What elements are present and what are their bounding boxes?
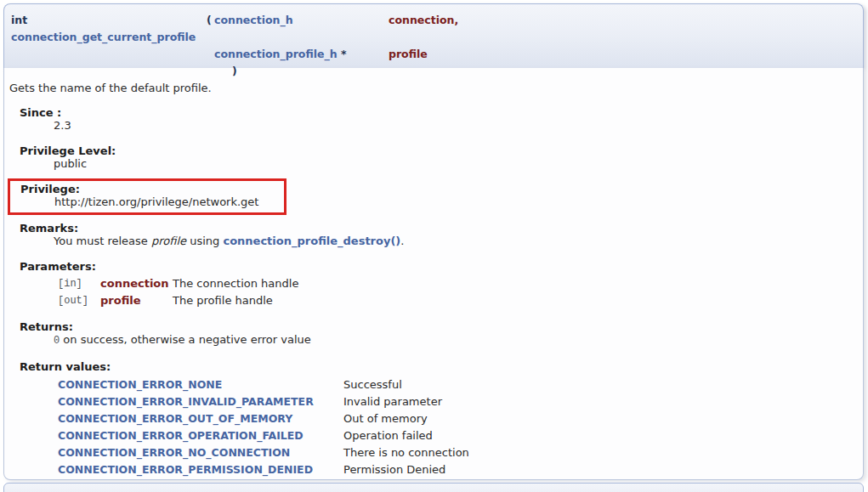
function-doc-item: int connection_get_current_profile ( con… (3, 3, 864, 480)
param-type-cell: connection_profile_h * (214, 46, 389, 63)
remarks-text-part: . (400, 235, 404, 247)
function-signature-box: int connection_get_current_profile ( con… (3, 3, 864, 68)
error-code-link[interactable]: CONNECTION_ERROR_PERMISSION_DENIED (58, 461, 343, 478)
returns-section: Returns: 0 on success, otherwise a negat… (9, 320, 853, 348)
return-values-heading: Return values: (20, 360, 853, 373)
param-name: profile (100, 292, 173, 309)
function-declaration: int connection_get_current_profile (11, 12, 207, 46)
close-paren: ) (232, 65, 237, 77)
function-description: Gets the name of the default profile. (9, 82, 853, 94)
error-code-link[interactable]: CONNECTION_ERROR_OPERATION_FAILED (58, 427, 343, 444)
remarks-text: You must release profile using connectio… (54, 235, 853, 247)
return-value-row: CONNECTION_ERROR_OPERATION_FAILED Operat… (58, 427, 853, 444)
error-description: Successful (343, 376, 853, 393)
param-name: connection, (389, 12, 856, 46)
return-value-row: CONNECTION_ERROR_PERMISSION_DENIED Permi… (58, 461, 853, 478)
error-description: Permission Denied (343, 461, 853, 478)
returns-text-part: on success, otherwise a negative error v… (60, 333, 311, 346)
param-direction: [out] (58, 292, 100, 309)
returns-heading: Returns: (20, 320, 853, 333)
returns-text: 0 on success, otherwise a negative error… (54, 333, 853, 348)
param-direction: [in] (58, 275, 100, 292)
remarks-emphasis: profile (151, 235, 186, 247)
remarks-section: Remarks: You must release profile using … (9, 222, 853, 247)
return-values-section: Return values: CONNECTION_ERROR_NONE Suc… (9, 360, 853, 478)
remarks-text-part: You must release (54, 235, 151, 247)
return-value-row: CONNECTION_ERROR_INVALID_PARAMETER Inval… (58, 393, 853, 410)
profile-destroy-link[interactable]: connection_profile_destroy() (223, 235, 400, 247)
error-description: There is no connection (343, 444, 853, 461)
param-type-cell: connection_h (214, 12, 389, 46)
return-value-row: CONNECTION_ERROR_NO_CONNECTION There is … (58, 444, 853, 461)
privilege-heading: Privilege: (20, 183, 284, 195)
since-heading: Since : (20, 106, 853, 119)
return-type: int (11, 14, 27, 26)
param-type-link[interactable]: connection_h (214, 14, 293, 26)
return-value-row: CONNECTION_ERROR_NONE Successful (58, 376, 853, 393)
signature-row-2: connection_profile_h * profile (11, 46, 856, 63)
parameter-row: [in] connection The connection handle (58, 275, 853, 292)
param-name: connection (100, 275, 173, 292)
param-type-suffix: * (338, 48, 347, 60)
function-name: connection_get_current_profile (11, 31, 196, 43)
error-code-link[interactable]: CONNECTION_ERROR_NO_CONNECTION (58, 444, 343, 461)
return-value-row: CONNECTION_ERROR_OUT_OF_MEMORY Out of me… (58, 410, 853, 427)
param-description: The connection handle (173, 275, 853, 292)
remarks-text-part: using (186, 235, 223, 247)
remarks-heading: Remarks: (20, 222, 853, 235)
signature-row-1: int connection_get_current_profile ( con… (11, 12, 856, 46)
next-function-box-edge (3, 483, 864, 492)
parameters-heading: Parameters: (20, 260, 853, 273)
privilege-level-heading: Privilege Level: (20, 144, 853, 157)
since-section: Since : 2.3 (9, 106, 853, 132)
since-value: 2.3 (54, 119, 853, 132)
function-doc-body: Gets the name of the default profile. Si… (3, 68, 864, 480)
error-code-link[interactable]: CONNECTION_ERROR_INVALID_PARAMETER (58, 393, 343, 410)
privilege-value: http://tizen.org/privilege/network.get (54, 195, 284, 208)
parameter-row: [out] profile The profile handle (58, 292, 853, 309)
param-name: profile (389, 46, 856, 63)
error-code-link[interactable]: CONNECTION_ERROR_OUT_OF_MEMORY (58, 410, 343, 427)
param-type-link[interactable]: connection_profile_h (214, 48, 338, 60)
param-description: The profile handle (173, 292, 853, 309)
error-code-link[interactable]: CONNECTION_ERROR_NONE (58, 376, 343, 393)
error-description: Operation failed (343, 427, 853, 444)
privilege-level-section: Privilege Level: public (9, 144, 853, 170)
return-values-table: CONNECTION_ERROR_NONE Successful CONNECT… (58, 376, 853, 478)
privilege-highlight-box: Privilege: http://tizen.org/privilege/ne… (8, 178, 286, 215)
parameters-table: [in] connection The connection handle [o… (58, 275, 853, 309)
open-paren: ( (207, 12, 214, 46)
error-description: Invalid parameter (343, 393, 853, 410)
parameters-section: Parameters: [in] connection The connecti… (9, 260, 853, 309)
error-description: Out of memory (343, 410, 853, 427)
privilege-level-value: public (54, 157, 853, 170)
